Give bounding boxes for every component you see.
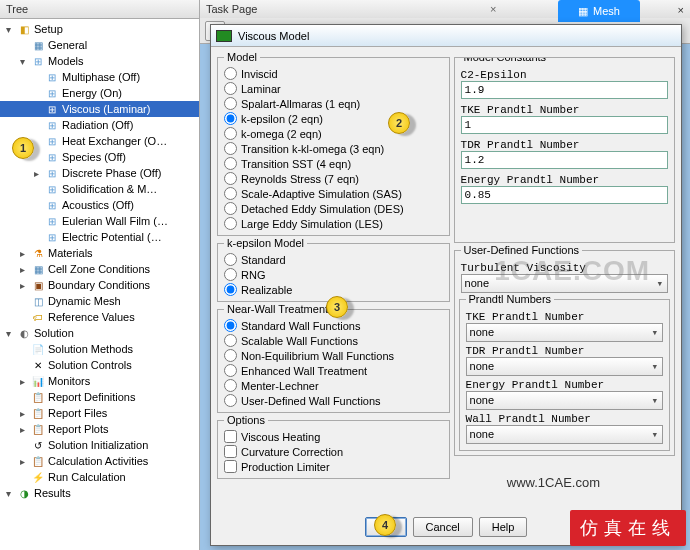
tree-reportplots[interactable]: ▸📋Report Plots: [0, 421, 199, 437]
collapse-icon[interactable]: ▾: [2, 328, 14, 339]
nwt-user[interactable]: User-Defined Wall Functions: [224, 393, 443, 408]
tree-dynmesh[interactable]: ◫Dynamic Mesh: [0, 293, 199, 309]
nwt-scalable[interactable]: Scalable Wall Functions: [224, 333, 443, 348]
ke-realizable[interactable]: Realizable: [224, 282, 443, 297]
materials-icon: ⚗: [31, 246, 45, 260]
expand-icon[interactable]: ▸: [30, 168, 42, 179]
model-transition-sst[interactable]: Transition SST (4 eqn): [224, 156, 443, 171]
setup-icon: ◧: [17, 22, 31, 36]
cancel-button[interactable]: Cancel: [413, 517, 473, 537]
expand-icon[interactable]: ▸: [16, 424, 28, 435]
c2-input[interactable]: [461, 81, 668, 99]
tke-prandtl-combo[interactable]: none: [466, 323, 663, 342]
model-icon: ⊞: [45, 182, 59, 196]
model-des[interactable]: Detached Eddy Simulation (DES): [224, 201, 443, 216]
callout-1: 1: [12, 137, 34, 159]
collapse-icon[interactable]: ▾: [2, 488, 14, 499]
expand-icon[interactable]: ▸: [16, 376, 28, 387]
ke-standard[interactable]: Standard: [224, 252, 443, 267]
model-group: Model Inviscid Laminar Spalart-Allmaras …: [217, 57, 450, 236]
opt-curvature[interactable]: Curvature Correction: [224, 444, 443, 459]
energy-prandtl-combo[interactable]: none: [466, 391, 663, 410]
tree-boundary[interactable]: ▸▣Boundary Conditions: [0, 277, 199, 293]
model-sas[interactable]: Scale-Adaptive Simulation (SAS): [224, 186, 443, 201]
tree-solmethods[interactable]: 📄Solution Methods: [0, 341, 199, 357]
watermark: 1CAE.COM: [494, 255, 650, 287]
help-button[interactable]: Help: [479, 517, 528, 537]
model-icon: ⊞: [45, 70, 59, 84]
tdr-input[interactable]: [461, 151, 668, 169]
expand-icon[interactable]: ▸: [16, 264, 28, 275]
tree-energy[interactable]: ⊞Energy (On): [0, 85, 199, 101]
item-icon: ✕: [31, 358, 45, 372]
nwt-enhanced[interactable]: Enhanced Wall Treatment: [224, 363, 443, 378]
nwt-noneq[interactable]: Non-Equilibrium Wall Functions: [224, 348, 443, 363]
tree-monitors[interactable]: ▸📊Monitors: [0, 373, 199, 389]
tree-radiation[interactable]: ⊞Radiation (Off): [0, 117, 199, 133]
tree-discrete[interactable]: ▸⊞Discrete Phase (Off): [0, 165, 199, 181]
tree-cellzone[interactable]: ▸▦Cell Zone Conditions: [0, 261, 199, 277]
opt-production[interactable]: Production Limiter: [224, 459, 443, 474]
model-icon: ⊞: [45, 102, 59, 116]
tree-acoustics[interactable]: ⊞Acoustics (Off): [0, 197, 199, 213]
model-transition-kkl[interactable]: Transition k-kl-omega (3 eqn): [224, 141, 443, 156]
tree-reference[interactable]: 🏷Reference Values: [0, 309, 199, 325]
mesh-tab[interactable]: ▦ Mesh: [558, 0, 640, 22]
tree-results[interactable]: ▾◑Results: [0, 485, 199, 501]
expand-icon[interactable]: ▸: [16, 248, 28, 259]
tree-solcontrols[interactable]: ✕Solution Controls: [0, 357, 199, 373]
tree-models[interactable]: ▾ ⊞ Models: [0, 53, 199, 69]
nwt-group: Near-Wall Treatment Standard Wall Functi…: [217, 309, 450, 413]
constants-group: Model Constants C2-Epsilon TKE Prandtl N…: [454, 57, 675, 243]
tree-solid[interactable]: ⊞Solidification & M…: [0, 181, 199, 197]
tree-header: Tree: [0, 0, 199, 19]
close-icon[interactable]: ×: [678, 4, 684, 16]
tree-viscous[interactable]: ⊞Viscous (Laminar): [0, 101, 199, 117]
model-komega[interactable]: k-omega (2 eqn): [224, 126, 443, 141]
opt-viscous-heating[interactable]: Viscous Heating: [224, 429, 443, 444]
model-inviscid[interactable]: Inviscid: [224, 66, 443, 81]
expand-icon[interactable]: ▸: [16, 280, 28, 291]
model-icon: ⊞: [45, 150, 59, 164]
callout-4: 4: [374, 514, 396, 536]
tree-solinit[interactable]: ↺Solution Initialization: [0, 437, 199, 453]
model-laminar[interactable]: Laminar: [224, 81, 443, 96]
tree-multiphase[interactable]: ⊞Multiphase (Off): [0, 69, 199, 85]
tree-eulerian[interactable]: ⊞Eulerian Wall Film (…: [0, 213, 199, 229]
tree-calcact[interactable]: ▸📋Calculation Activities: [0, 453, 199, 469]
tke-input[interactable]: [461, 116, 668, 134]
collapse-icon[interactable]: ▾: [2, 24, 14, 35]
close-icon[interactable]: ×: [490, 3, 496, 15]
nwt-standard[interactable]: Standard Wall Functions: [224, 318, 443, 333]
results-icon: ◑: [17, 486, 31, 500]
tree-general[interactable]: ▦ General: [0, 37, 199, 53]
model-icon: ⊞: [45, 118, 59, 132]
tree-setup[interactable]: ▾ ◧ Setup: [0, 21, 199, 37]
model-spalart[interactable]: Spalart-Allmaras (1 eqn): [224, 96, 443, 111]
tree-materials[interactable]: ▸⚗Materials: [0, 245, 199, 261]
callout-3: 3: [326, 296, 348, 318]
app-icon: [216, 30, 232, 42]
dialog-titlebar[interactable]: Viscous Model: [211, 25, 681, 47]
model-icon: ⊞: [45, 230, 59, 244]
tree-reportfiles[interactable]: ▸📋Report Files: [0, 405, 199, 421]
prandtl-group: Prandtl Numbers TKE Prandtl Number none …: [459, 299, 670, 451]
dialog-title: Viscous Model: [238, 30, 309, 42]
tree-content[interactable]: ▾ ◧ Setup ▦ General ▾ ⊞ Models ⊞Multipha…: [0, 19, 199, 550]
ke-rng[interactable]: RNG: [224, 267, 443, 282]
expand-icon[interactable]: ▸: [16, 456, 28, 467]
model-reynolds[interactable]: Reynolds Stress (7 eqn): [224, 171, 443, 186]
tree-reportdef[interactable]: 📋Report Definitions: [0, 389, 199, 405]
tree-runcalc[interactable]: ⚡Run Calculation: [0, 469, 199, 485]
collapse-icon[interactable]: ▾: [16, 56, 28, 67]
tree-solution[interactable]: ▾◐Solution: [0, 325, 199, 341]
nwt-menter[interactable]: Menter-Lechner: [224, 378, 443, 393]
wall-prandtl-combo[interactable]: none: [466, 425, 663, 444]
c2-label: C2-Epsilon: [461, 69, 668, 81]
item-icon: ⚡: [31, 470, 45, 484]
expand-icon[interactable]: ▸: [16, 408, 28, 419]
tdr-prandtl-combo[interactable]: none: [466, 357, 663, 376]
energy-input[interactable]: [461, 186, 668, 204]
model-les[interactable]: Large Eddy Simulation (LES): [224, 216, 443, 231]
tree-electric[interactable]: ⊞Electric Potential (…: [0, 229, 199, 245]
